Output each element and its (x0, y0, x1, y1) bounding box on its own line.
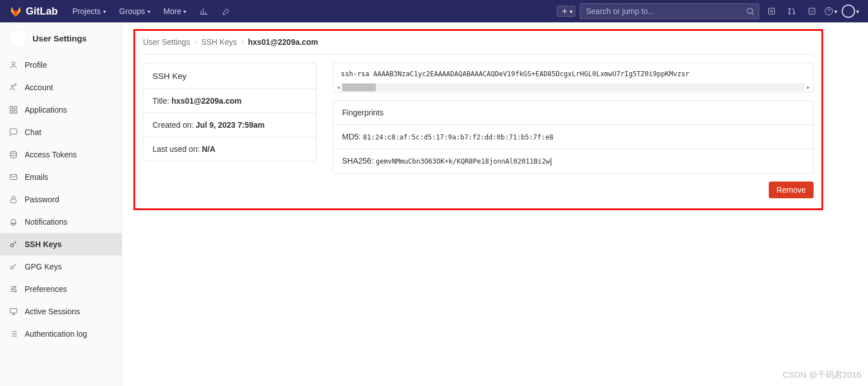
breadcrumb: User Settings › SSH Keys › hxs01@2209a.c… (143, 35, 814, 54)
sidebar-item-emails[interactable]: Emails (0, 166, 122, 188)
new-button[interactable]: ▾ (557, 6, 575, 17)
ssh-key-created-row: Created on: Jul 9, 2023 7:59am (144, 113, 316, 137)
brand-text: GitLab (26, 6, 58, 17)
sidebar-item-account[interactable]: Account (0, 76, 122, 99)
chevron-down-icon: ▾ (103, 8, 106, 15)
nav-projects[interactable]: Projects▾ (67, 3, 112, 19)
svg-rect-16 (10, 174, 17, 179)
svg-point-22 (15, 291, 17, 292)
svg-point-0 (747, 8, 752, 13)
fingerprint-sha256-row: SHA256: gemvNMmuCbn3O63OK+k/KQR8Pe18jonn… (333, 149, 813, 173)
user-menu[interactable]: ▾ (842, 4, 859, 18)
svg-rect-14 (14, 110, 17, 113)
nav-right: ▾ ▾ ▾ (557, 3, 859, 19)
ssh-key-lastused-row: Last used on: N/A (144, 137, 316, 161)
profile-icon (9, 61, 18, 69)
token-icon (9, 150, 18, 159)
chat-icon (9, 128, 18, 137)
svg-point-9 (11, 85, 13, 87)
help-link[interactable]: ▾ (824, 7, 837, 16)
merge-requests-link[interactable] (784, 3, 800, 19)
svg-rect-6 (809, 8, 815, 15)
crumb-user-settings[interactable]: User Settings (143, 38, 190, 46)
svg-rect-13 (10, 110, 13, 113)
sidebar-item-access-tokens[interactable]: Access Tokens (0, 143, 122, 166)
fingerprints-header: Fingerprints (333, 101, 813, 125)
divider (143, 54, 814, 55)
nav-menu: Projects▾ Groups▾ More▾ (67, 3, 237, 19)
issues-icon (767, 7, 776, 16)
sidebar-title: User Settings (33, 34, 87, 43)
highlight-box: User Settings › SSH Keys › hxs01@2209a.c… (133, 29, 823, 210)
scroll-track[interactable] (342, 83, 804, 91)
sidebar-item-notifications[interactable]: Notifications (0, 211, 122, 233)
help-icon (824, 7, 833, 16)
mail-icon (9, 173, 18, 182)
svg-point-19 (11, 266, 13, 269)
horizontal-scrollbar[interactable]: ◂ ▸ (333, 82, 813, 92)
lock-icon (9, 195, 18, 204)
remove-button[interactable]: Remove (769, 182, 814, 198)
nav-admin[interactable] (216, 3, 237, 19)
gitlab-logo-icon (9, 4, 22, 18)
svg-rect-11 (10, 106, 13, 109)
scroll-right-icon[interactable]: ▸ (804, 83, 812, 91)
issues-link[interactable] (764, 3, 779, 19)
sidebar-item-auth-log[interactable]: Authentication log (0, 323, 122, 345)
scroll-left-icon[interactable]: ◂ (334, 83, 342, 91)
sidebar-item-ssh-keys[interactable]: SSH Keys (0, 233, 122, 255)
top-navbar: GitLab Projects▾ Groups▾ More▾ ▾ ▾ ▾ (0, 0, 868, 22)
chevron-right-icon: › (195, 39, 197, 45)
fingerprints-box: Fingerprints MD5: 81:24:c8:af:5c:d5:17:9… (333, 100, 814, 174)
svg-rect-1 (769, 8, 775, 15)
todos-link[interactable] (804, 3, 820, 19)
sidebar-item-profile[interactable]: Profile (0, 54, 122, 76)
avatar-icon (842, 4, 855, 18)
list-icon (9, 329, 18, 338)
sliders-icon (9, 285, 18, 294)
sidebar-item-password[interactable]: Password (0, 188, 122, 211)
user-avatar (9, 29, 27, 47)
scroll-thumb[interactable] (342, 83, 376, 91)
sidebar-item-active-sessions[interactable]: Active Sessions (0, 300, 122, 323)
chevron-down-icon: ▾ (834, 8, 837, 15)
svg-point-20 (14, 286, 16, 288)
ssh-key-card: SSH Key Title: hxs01@2209a.com Created o… (143, 63, 317, 161)
wrench-icon (222, 7, 231, 16)
merge-request-icon (787, 7, 796, 16)
chevron-down-icon: ▾ (570, 8, 572, 15)
key-icon (9, 240, 18, 249)
chevron-down-icon: ▾ (147, 8, 150, 15)
sidebar-item-applications[interactable]: Applications (0, 99, 122, 121)
key-icon (9, 262, 18, 271)
search-wrap (580, 3, 759, 19)
crumb-current: hxs01@2209a.com (248, 38, 318, 46)
svg-point-5 (793, 13, 795, 15)
chevron-down-icon: ▾ (183, 8, 186, 15)
search-input[interactable] (580, 3, 759, 19)
sidebar: User Settings Profile Account Applicatio… (0, 22, 122, 386)
applications-icon (9, 105, 18, 114)
chevron-down-icon: ▾ (856, 8, 859, 15)
sidebar-item-preferences[interactable]: Preferences (0, 278, 122, 300)
nav-more[interactable]: More▾ (158, 3, 192, 19)
svg-point-18 (11, 244, 13, 247)
plus-icon (561, 7, 569, 15)
chevron-right-icon: › (242, 39, 244, 45)
nav-activity[interactable] (194, 3, 214, 19)
sidebar-item-chat[interactable]: Chat (0, 121, 122, 143)
account-icon (9, 83, 18, 92)
public-key-text[interactable]: ssh-rsa AAAAB3NzaC1yc2EAAAADAQABAAACAQDe… (333, 63, 813, 82)
svg-point-15 (11, 151, 17, 154)
monitor-icon (9, 307, 18, 316)
svg-rect-12 (14, 106, 17, 109)
svg-rect-17 (11, 199, 16, 203)
svg-rect-23 (10, 309, 17, 313)
sidebar-item-gpg-keys[interactable]: GPG Keys (0, 255, 122, 278)
svg-point-21 (12, 289, 13, 290)
nav-groups[interactable]: Groups▾ (114, 3, 156, 19)
ssh-key-title-row: Title: hxs01@2209a.com (144, 89, 316, 113)
chart-icon (200, 7, 209, 16)
crumb-ssh-keys[interactable]: SSH Keys (201, 38, 237, 46)
brand[interactable]: GitLab (9, 4, 58, 18)
